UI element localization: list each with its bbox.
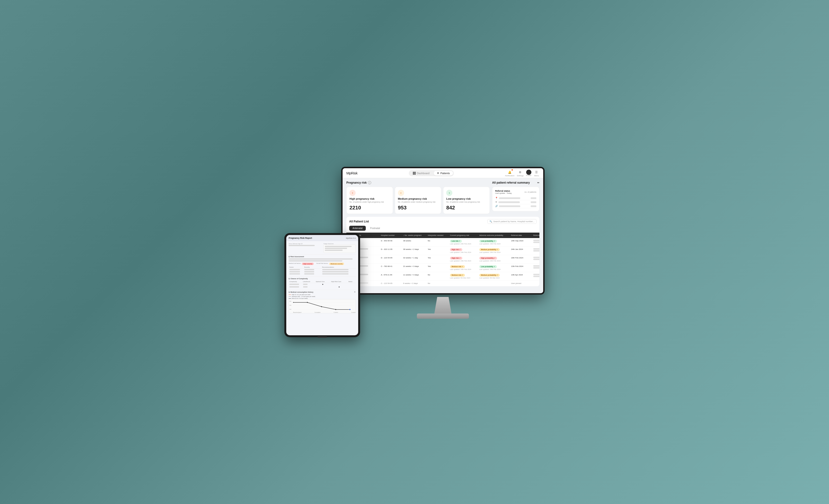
tablet-screen: Pregnancy Risk Report MpRisk 0.1 Anna Jo… — [286, 235, 358, 335]
medium-risk-icon: ♀ — [398, 190, 404, 196]
interpreter-0: No — [428, 240, 449, 242]
th-interpreter: Interpreter needed — [428, 234, 449, 237]
risk-pill-3: Medium risk ✓ — [450, 265, 465, 268]
prob-pill-4: Medium probability ✓ — [479, 274, 500, 277]
th-current-risk: Current pregnancy risk — [450, 234, 478, 237]
table-row[interactable]: D - 123 54 65 32 weeks + 1 day Yes High … — [346, 255, 539, 263]
legend-high: High (2+ ml / per glass per week — [289, 294, 315, 295]
table-row[interactable]: C - 783 88 41 21 weeks + 3 days Yes Medi… — [346, 263, 539, 272]
nav-tabs: Dashboard ⚙ Patients — [409, 170, 454, 176]
referral-icon-3: 🔗 — [495, 205, 498, 207]
search-icon: 🔍 — [490, 220, 492, 223]
settings-button[interactable]: ⚙ Settings — [517, 170, 524, 177]
tab-patients[interactable]: ⚙ Patients — [434, 171, 453, 176]
date-3: 12th Feb 2024 — [511, 265, 532, 267]
table-row[interactable]: C - 113 54 65 6 weeks + 2 days No User p… — [346, 281, 539, 286]
complexity-row: ■ — [289, 286, 356, 288]
legend-standard: Standard (400 - 1 ml per glass per week) — [289, 296, 315, 297]
social-severity-badge: Moderate severity — [329, 263, 344, 265]
tablet-patient-row: Anna Johnson Age 32 Triage Outcome — [289, 243, 356, 253]
referral-summary-panel: Referral status Last update : Today no. … — [492, 187, 539, 211]
legend-items: High (2+ ml / per glass per week Standar… — [289, 294, 315, 299]
complexity-title: Chance of Complexity — [289, 278, 356, 280]
pregnancy-risk-title: Pregnancy risk i — [346, 181, 490, 184]
hospital-num-5: C - 113 54 65 — [381, 282, 402, 284]
tablet-patient-name: Anna Johnson Age 32 — [289, 243, 321, 244]
referral-meta: Referral status Last update : Today no. … — [495, 190, 536, 194]
medication-title: Medical consumption history — [289, 291, 313, 293]
menu-button[interactable]: ☰ Menu — [534, 170, 539, 177]
hospital-num-4: A - 678 21 65 — [381, 274, 402, 276]
gear-icon: ⚙ — [517, 170, 523, 175]
medium-risk-card[interactable]: ♀ Medium pregnancy risk No. of patients … — [395, 187, 441, 214]
interpreter-4: No — [428, 274, 449, 276]
tablet-title: Pregnancy Risk Report — [289, 237, 312, 239]
date-5: User pinned — [511, 282, 532, 284]
svg-point-6 — [335, 309, 336, 310]
referral-row-3-num — [531, 205, 536, 207]
prob-pill-2: High probability ✓ — [479, 257, 497, 260]
medium-risk-subtitle: No. of patients under medium pregnancy r… — [398, 201, 438, 203]
low-risk-card[interactable]: ♀ Low pregnancy risk No. of patients und… — [443, 187, 490, 214]
x-label-2: 6 weeks — [334, 312, 338, 313]
hospital-num-2: D - 123 54 65 — [381, 257, 402, 259]
pathway-2 — [533, 257, 539, 260]
referral-status-label: Referral status — [495, 190, 512, 192]
risk-1: High risk ✓ Last updated: 24th Feb 2024 — [450, 248, 478, 253]
risk-4: Medium risk ✓ Last updated: 5th Mar 2024 — [450, 274, 478, 279]
bell-icon: 🔔 — [507, 170, 513, 175]
divider-3 — [289, 290, 356, 290]
th-referral-pathway: Referral pathway — [533, 234, 539, 237]
info-icon[interactable]: i — [368, 181, 371, 184]
referral-icon-2: 👁 — [495, 201, 497, 203]
prob-pill-0: Low probability ✓ — [479, 240, 497, 243]
low-risk-number: 842 — [446, 205, 486, 211]
search-placeholder: Search patient by Name, Hospital number.… — [493, 220, 535, 223]
tablet-patient-name-field: Anna Johnson Age 32 — [289, 243, 321, 253]
prob-1: Medium probability ✓ Last updated: 24th … — [479, 248, 510, 253]
notification-button[interactable]: 🔔 Notification — [505, 170, 514, 177]
table-row[interactable]: A - 678 21 65 11 weeks + 4 days No Mediu… — [346, 272, 539, 281]
table-row[interactable]: D - 323 11 95 36 weeks + 2 days Yes High… — [346, 247, 539, 255]
divider-2 — [289, 276, 356, 277]
pathway-0 — [533, 240, 539, 244]
table-row[interactable]: Nan, Bhera D - 943 65 90 38 weeks No Low… — [346, 238, 539, 247]
risk-0: Low risk ✓ Last updated: 24th Feb 2024 — [450, 240, 478, 245]
pathway-4 — [533, 274, 539, 278]
main-content: Pregnancy risk i ♀ High pregnancy risk N… — [343, 178, 543, 289]
referral-col-header: no. of patients — [525, 191, 536, 193]
tab-antenatal[interactable]: Antenatal — [349, 226, 366, 231]
medication-legend: High (2+ ml / per glass per week Standar… — [289, 294, 356, 299]
patient-list-section: All Patient List 🔍 Search patient by Nam… — [346, 217, 539, 286]
tablet-risk-assessment: Risk Assessment Medical risk factors Hig… — [289, 256, 356, 275]
medical-risk-label: Medical risk factors — [289, 263, 301, 265]
high-risk-subtitle: No. of patients under high pregnancy ris… — [350, 201, 390, 203]
th-weeks-pregnant[interactable]: ↓ No. weeks pregnant — [403, 234, 427, 237]
risk-factor-row — [289, 273, 356, 275]
medium-risk-title: Medium pregnancy risk — [398, 197, 438, 200]
edit-icon[interactable]: ✏ — [537, 181, 539, 184]
x-label-1: Conception — [315, 312, 321, 313]
tab-dashboard[interactable]: Dashboard — [409, 171, 433, 176]
tablet-risk-badges: Medical risk factors High severity Socia… — [289, 263, 356, 265]
y-label-2: 2ml — [289, 304, 291, 306]
patients-tab-label: Patients — [440, 172, 450, 175]
svg-point-7 — [349, 309, 351, 310]
medication-expand-icon[interactable]: ✕ — [354, 291, 356, 293]
svg-point-5 — [321, 306, 322, 307]
th-high-risk-care: High Risk Care — [330, 280, 348, 283]
tablet-patient-info: Anna Johnson Age 32 Triage Outcome — [289, 243, 356, 253]
date-2: 16th Feb 2024 — [511, 257, 532, 259]
tab-postnatal[interactable]: Postnatal — [367, 226, 383, 231]
referral-row-2-num — [531, 201, 536, 203]
high-risk-card[interactable]: ♀ High pregnancy risk No. of patients un… — [346, 187, 393, 214]
search-bar[interactable]: 🔍 Search patient by Name, Hospital numbe… — [488, 219, 537, 224]
risk-pill-0: Low risk ✓ — [450, 240, 462, 243]
interpreter-3: Yes — [428, 265, 449, 267]
profile-button[interactable]: Profile — [526, 170, 531, 177]
prob-2: High probability ✓ Last updated: 24th Fe… — [479, 257, 510, 262]
referral-row-2: 👁 — [495, 200, 536, 204]
medical-severity-badge: High severity — [302, 263, 314, 265]
risk-pill-1: High risk ✓ — [450, 248, 462, 251]
referral-summary-title: All patient referral summary — [492, 181, 530, 184]
